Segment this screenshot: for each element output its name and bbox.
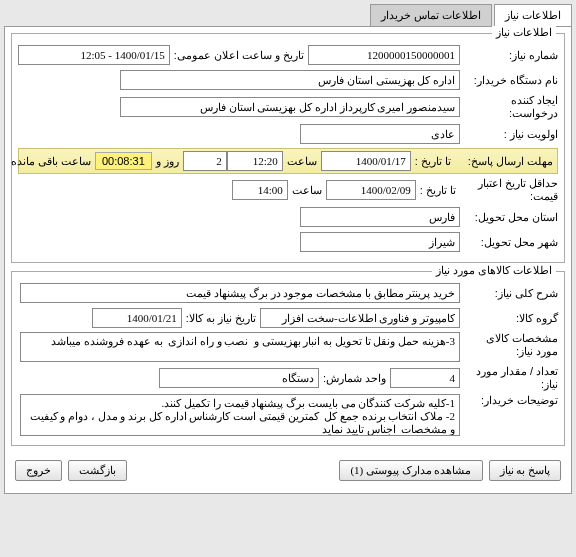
section-goods-info: اطلاعات کالاهای مورد نیاز شرح کلی نیاز: … xyxy=(11,271,565,446)
section-need-info: اطلاعات نیاز شماره نیاز: تاریخ و ساعت اع… xyxy=(11,33,565,263)
label-unit: واحد شمارش: xyxy=(319,372,390,385)
exit-button[interactable]: خروج xyxy=(15,460,62,481)
label-validity-time: ساعت xyxy=(288,184,326,197)
label-validity-to: تا تاریخ : xyxy=(416,184,460,197)
input-remain-days xyxy=(183,151,227,171)
reply-button[interactable]: پاسخ به نیاز xyxy=(489,460,562,481)
input-goods-date[interactable] xyxy=(92,308,182,328)
input-desc[interactable] xyxy=(20,283,460,303)
input-pub-datetime[interactable] xyxy=(18,45,170,65)
input-deadline-date[interactable] xyxy=(321,151,411,171)
label-remain-time: ساعت باقی مانده xyxy=(7,155,95,168)
label-deadline-time: ساعت xyxy=(283,155,321,168)
label-goods-date: تاریخ نیاز به کالا: xyxy=(182,312,260,325)
input-group[interactable] xyxy=(260,308,460,328)
input-city[interactable] xyxy=(300,232,460,252)
textarea-notes[interactable] xyxy=(20,394,460,436)
input-requester[interactable] xyxy=(120,97,460,117)
label-buyer: نام دستگاه خریدار: xyxy=(460,74,558,87)
toolbar: پاسخ به نیاز مشاهده مدارک پیوستی (1) باز… xyxy=(11,454,565,487)
label-province: استان محل تحویل: xyxy=(460,211,558,224)
input-priority[interactable] xyxy=(300,124,460,144)
attachments-button[interactable]: مشاهده مدارک پیوستی (1) xyxy=(339,460,482,481)
label-requester: ایجاد کننده درخواست: xyxy=(460,94,558,120)
input-buyer[interactable] xyxy=(120,70,460,90)
input-deadline-time[interactable] xyxy=(227,151,283,171)
label-spec: مشخصات کالای مورد نیاز: xyxy=(460,332,558,358)
input-qty[interactable] xyxy=(390,368,460,388)
tab-need-info[interactable]: اطلاعات نیاز xyxy=(494,4,572,26)
label-deadline: مهلت ارسال پاسخ: xyxy=(455,155,553,168)
section-title-goods: اطلاعات کالاهای مورد نیاز xyxy=(432,264,556,277)
label-notes: توضیحات خریدار: xyxy=(460,394,558,407)
section-title-need: اطلاعات نیاز xyxy=(492,26,556,39)
label-remain-day: روز و xyxy=(152,155,183,168)
input-validity-date[interactable] xyxy=(326,180,416,200)
label-desc: شرح کلی نیاز: xyxy=(460,287,558,300)
label-city: شهر محل تحویل: xyxy=(460,236,558,249)
input-province[interactable] xyxy=(300,207,460,227)
label-priority: اولویت نیاز : xyxy=(460,128,558,141)
input-unit[interactable] xyxy=(159,368,319,388)
label-group: گروه کالا: xyxy=(460,312,558,325)
label-pub-datetime: تاریخ و ساعت اعلان عمومی: xyxy=(170,49,308,62)
label-deadline-to: تا تاریخ : xyxy=(411,155,455,168)
back-button[interactable]: بازگشت xyxy=(68,460,127,481)
input-req-no[interactable] xyxy=(308,45,460,65)
label-req-no: شماره نیاز: xyxy=(460,49,558,62)
label-validity: حداقل تاریخ اعتبار قیمت: xyxy=(460,177,558,203)
label-qty: تعداد / مقدار مورد نیاز: xyxy=(460,365,558,391)
remain-time: 00:08:31 xyxy=(95,152,152,170)
tab-contact-info[interactable]: اطلاعات تماس خریدار xyxy=(370,4,492,26)
deadline-row: مهلت ارسال پاسخ: تا تاریخ : ساعت روز و 0… xyxy=(18,148,558,174)
input-validity-time[interactable] xyxy=(232,180,288,200)
textarea-spec[interactable] xyxy=(20,332,460,362)
